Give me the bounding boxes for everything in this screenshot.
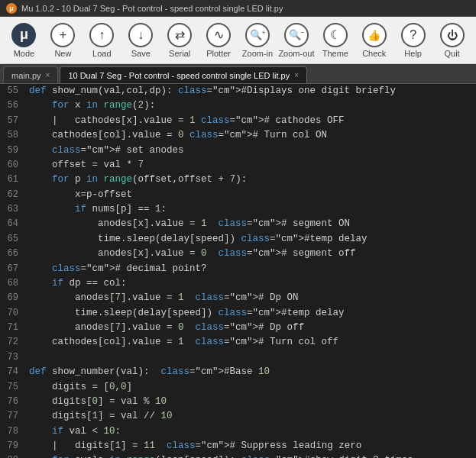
app-icon: μ	[6, 3, 17, 14]
line-number: 70	[0, 306, 26, 321]
line-number: 74	[0, 365, 26, 379]
line-number: 57	[0, 114, 26, 128]
code-line: 60 offset = val * 7	[0, 158, 476, 173]
code-line: 59 class="cm"># set anodes	[0, 144, 476, 158]
line-content[interactable]: | digits[1] = 11 class="cm"># Suppress l…	[26, 439, 476, 453]
line-content[interactable]: | cathodes[x].value = 1 class="cm"># cat…	[26, 114, 476, 128]
tab-close-1[interactable]: ×	[294, 71, 299, 79]
toolbar-btn-theme[interactable]: ☾Theme	[316, 20, 355, 61]
serial-icon: ⇄	[167, 23, 192, 47]
line-content[interactable]: time.sleep(delay[speed]) class="cm">#tem…	[26, 306, 476, 321]
code-line: 79 | digits[1] = 11 class="cm"># Suppres…	[0, 439, 476, 453]
toolbar-label-mode: Mode	[14, 49, 35, 58]
line-number: 69	[0, 291, 26, 305]
line-content[interactable]: offset = val * 7	[26, 158, 476, 173]
line-content[interactable]: anodes[7].value = 0 class="cm"># Dp off	[26, 321, 476, 335]
line-number: 61	[0, 173, 26, 187]
code-line: 63 if nums[p] == 1:	[0, 202, 476, 217]
toolbar-btn-save[interactable]: ↓Save	[121, 20, 160, 61]
line-content[interactable]: def show_number(val): class="cm">#Base 1…	[26, 365, 476, 379]
code-line: 74def show_number(val): class="cm">#Base…	[0, 365, 476, 379]
code-line: 66 anodes[x].value = 0 class="cm"># segm…	[0, 247, 476, 261]
line-content[interactable]: for cycle in range(loop[speed]): class="…	[26, 453, 476, 458]
tab-label-0: main.py	[11, 71, 41, 80]
code-editor[interactable]: 55def show_num(val,col,dp): class="cm">#…	[0, 84, 476, 458]
line-number: 56	[0, 98, 26, 113]
quit-icon: ⏻	[440, 23, 465, 47]
toolbar-btn-quit[interactable]: ⏻Quit	[432, 20, 471, 61]
new-icon: +	[50, 23, 75, 47]
line-number: 72	[0, 335, 26, 350]
line-content[interactable]: anodes[x].value = 1 class="cm"># segment…	[26, 217, 476, 231]
line-content[interactable]: time.sleep(delay[speed]) class="cm">#tem…	[26, 232, 476, 247]
line-content[interactable]	[26, 350, 476, 365]
toolbar-label-check: Check	[362, 49, 386, 58]
toolbar-label-zoom-out: Zoom-out	[278, 49, 314, 58]
line-content[interactable]: if dp == col:	[26, 276, 476, 291]
code-line: 68 if dp == col:	[0, 276, 476, 291]
line-content[interactable]: for x in range(2):	[26, 98, 476, 113]
toolbar-btn-help[interactable]: ?Help	[393, 20, 432, 61]
tab-label-1: 10 Dual 7 Seg - Pot control - speed cont…	[68, 71, 290, 80]
code-line: 57 | cathodes[x].value = 1 class="cm"># …	[0, 114, 476, 128]
line-number: 80	[0, 453, 26, 458]
toolbar-btn-mode[interactable]: μMode	[5, 20, 44, 61]
line-content[interactable]: for p in range(offset,offset + 7):	[26, 173, 476, 187]
toolbar-btn-check[interactable]: 👍Check	[355, 20, 393, 61]
toolbar-btn-zoom-out[interactable]: 🔍−Zoom-out	[277, 20, 316, 61]
line-number: 62	[0, 188, 26, 202]
line-content[interactable]: anodes[7].value = 1 class="cm"># Dp ON	[26, 291, 476, 305]
code-line: 65 time.sleep(delay[speed]) class="cm">#…	[0, 232, 476, 247]
line-number: 75	[0, 380, 26, 395]
line-number: 68	[0, 276, 26, 291]
plotter-icon: ∿	[206, 23, 231, 47]
line-content[interactable]: if nums[p] == 1:	[26, 202, 476, 217]
mode-icon: μ	[11, 23, 36, 47]
tab-close-0[interactable]: ×	[46, 71, 50, 79]
title-text: Mu 1.0.2 - 10 Dual 7 Seg - Pot control -…	[21, 4, 283, 13]
code-line: 78 if val < 10:	[0, 424, 476, 439]
line-content[interactable]: digits[0] = val % 10	[26, 395, 476, 409]
tab-1[interactable]: 10 Dual 7 Seg - Pot control - speed cont…	[60, 66, 307, 83]
toolbar-btn-plotter[interactable]: ∿Plotter	[199, 20, 238, 61]
line-number: 77	[0, 409, 26, 424]
toolbar-label-save: Save	[131, 49, 151, 58]
line-number: 79	[0, 439, 26, 453]
toolbar-btn-new[interactable]: +New	[44, 20, 83, 61]
code-line: 55def show_num(val,col,dp): class="cm">#…	[0, 84, 476, 98]
code-line: 73	[0, 350, 476, 365]
line-number: 67	[0, 262, 26, 276]
line-number: 76	[0, 395, 26, 409]
line-content[interactable]: if val < 10:	[26, 424, 476, 439]
line-number: 65	[0, 232, 26, 247]
toolbar-btn-load[interactable]: ↑Load	[83, 20, 121, 61]
line-content[interactable]: digits[1] = val // 10	[26, 409, 476, 424]
code-line: 71 anodes[7].value = 0 class="cm"># Dp o…	[0, 321, 476, 335]
line-content[interactable]: class="cm"># decimal point?	[26, 262, 476, 276]
zoom-out-icon: 🔍−	[284, 23, 309, 47]
line-content[interactable]: digits = [0,0]	[26, 380, 476, 395]
toolbar-btn-serial[interactable]: ⇄Serial	[160, 20, 199, 61]
line-content[interactable]: x=p-offset	[26, 188, 476, 202]
toolbar-label-new: New	[54, 49, 71, 58]
help-icon: ?	[401, 23, 426, 47]
line-content[interactable]: cathodes[col].value = 0 class="cm"># Tur…	[26, 128, 476, 143]
line-content[interactable]: cathodes[col].value = 1 class="cm"># Tur…	[26, 335, 476, 350]
tab-0[interactable]: main.py×	[3, 66, 58, 83]
line-number: 59	[0, 144, 26, 158]
toolbar-btn-zoom-in[interactable]: 🔍+Zoom-in	[238, 20, 277, 61]
line-content[interactable]: class="cm"># set anodes	[26, 144, 476, 158]
code-line: 62 x=p-offset	[0, 188, 476, 202]
code-line: 56 for x in range(2):	[0, 98, 476, 113]
toolbar: μMode+New↑Load↓Save⇄Serial∿Plotter🔍+Zoom…	[0, 17, 476, 64]
code-line: 69 anodes[7].value = 1 class="cm"># Dp O…	[0, 291, 476, 305]
code-line: 70 time.sleep(delay[speed]) class="cm">#…	[0, 306, 476, 321]
code-line: 67 class="cm"># decimal point?	[0, 262, 476, 276]
line-number: 73	[0, 350, 26, 365]
code-line: 80 for cycle in range(loop[speed]): clas…	[0, 453, 476, 458]
toolbar-label-load: Load	[92, 49, 111, 58]
line-number: 63	[0, 202, 26, 217]
line-content[interactable]: anodes[x].value = 0 class="cm"># segment…	[26, 247, 476, 261]
line-content[interactable]: def show_num(val,col,dp): class="cm">#Di…	[26, 84, 476, 98]
code-line: 64 anodes[x].value = 1 class="cm"># segm…	[0, 217, 476, 231]
